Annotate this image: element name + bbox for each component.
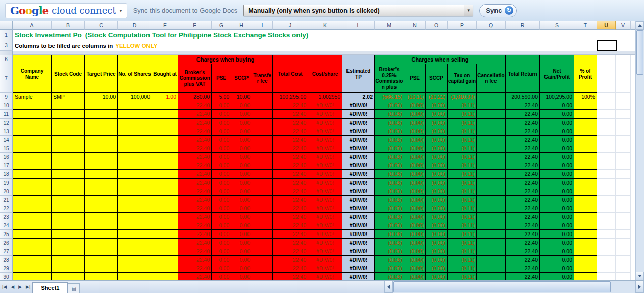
cell-M15[interactable]: (0.06)	[375, 144, 404, 153]
cell-K21[interactable]: #DIV/0!	[308, 196, 342, 204]
cell-Q26[interactable]	[477, 239, 506, 247]
cell-R19[interactable]: 22.40	[506, 179, 540, 187]
cell-H18[interactable]: 0.00	[231, 170, 252, 179]
cell-V25[interactable]	[616, 230, 631, 239]
cell-A25[interactable]	[13, 230, 52, 239]
cell-J14[interactable]: 22.40	[273, 136, 308, 144]
cell-T30[interactable]	[574, 273, 597, 280]
cell-Q9[interactable]	[477, 93, 506, 101]
column-header-V[interactable]: V	[616, 21, 631, 30]
cell-K15[interactable]: #DIV/0!	[308, 144, 342, 153]
cell-D27[interactable]	[118, 247, 152, 256]
cell-G21[interactable]: 0.00	[212, 196, 231, 204]
cell-M10[interactable]: (0.06)	[375, 101, 404, 110]
cell-A19[interactable]	[13, 179, 52, 187]
cell-H22[interactable]: 0.00	[231, 204, 252, 213]
cell-L21[interactable]: #DIV/0!	[342, 196, 375, 204]
cell-S28[interactable]: 0.00	[540, 256, 574, 264]
cell-I27[interactable]	[252, 247, 273, 256]
cell-A18[interactable]	[13, 170, 52, 179]
cell-M17[interactable]: (0.06)	[375, 161, 404, 170]
cell-V15[interactable]	[616, 144, 631, 153]
cell-B26[interactable]	[52, 239, 85, 247]
cell-S17[interactable]: 0.00	[540, 161, 574, 170]
cell-C23[interactable]	[85, 213, 118, 221]
cell-B11[interactable]	[52, 110, 85, 119]
cell-T27[interactable]	[574, 247, 597, 256]
cell-B27[interactable]	[52, 247, 85, 256]
row-header-27[interactable]: 27	[0, 247, 13, 256]
column-header-U[interactable]: U	[597, 21, 616, 30]
cell-D14[interactable]	[118, 136, 152, 144]
cell-C10[interactable]	[85, 101, 118, 110]
cell-T28[interactable]	[574, 256, 597, 264]
cell-R28[interactable]: 22.40	[506, 256, 540, 264]
cell-Q19[interactable]	[477, 179, 506, 187]
cell-V20[interactable]	[616, 187, 631, 196]
cell-T21[interactable]	[574, 196, 597, 204]
cell-F21[interactable]: 22.40	[178, 196, 212, 204]
scroll-left-button[interactable]	[384, 281, 393, 293]
cell-V13[interactable]	[616, 127, 631, 136]
cell-J17[interactable]: 22.40	[273, 161, 308, 170]
cell-R18[interactable]: 22.40	[506, 170, 540, 179]
cell-E11[interactable]	[152, 110, 178, 119]
cell-G12[interactable]: 0.00	[212, 119, 231, 127]
horizontal-scroll-track[interactable]	[393, 281, 635, 293]
cell-H29[interactable]: 0.00	[231, 264, 252, 273]
cell-Q18[interactable]	[477, 170, 506, 179]
row-header-17[interactable]: 17	[0, 161, 13, 170]
cell-H28[interactable]: 0.00	[231, 256, 252, 264]
column-header-F[interactable]: F	[178, 21, 212, 30]
cell-T23[interactable]	[574, 213, 597, 221]
cell-H23[interactable]: 0.00	[231, 213, 252, 221]
cell-S26[interactable]: 0.00	[540, 239, 574, 247]
cell-Q28[interactable]	[477, 256, 506, 264]
cell-G9[interactable]: 5.00	[212, 93, 231, 101]
row-header-19[interactable]: 19	[0, 179, 13, 187]
cell-T25[interactable]	[574, 230, 597, 239]
cell-B22[interactable]	[52, 204, 85, 213]
cell-P18[interactable]: (0.11)	[448, 170, 477, 179]
cell-M14[interactable]: (0.06)	[375, 136, 404, 144]
cell-D17[interactable]	[118, 161, 152, 170]
cell-S25[interactable]: 0.00	[540, 230, 574, 239]
dropdown-arrow-icon[interactable]: ▼	[464, 5, 473, 16]
cell-H16[interactable]: 0.00	[231, 153, 252, 161]
cell-V22[interactable]	[616, 204, 631, 213]
cell-I17[interactable]	[252, 161, 273, 170]
cell-V17[interactable]	[616, 161, 631, 170]
cell-G14[interactable]: 0.00	[212, 136, 231, 144]
column-header-Q[interactable]: Q	[477, 21, 506, 30]
cell-L15[interactable]: #DIV/0!	[342, 144, 375, 153]
cell-H30[interactable]: 0.00	[231, 273, 252, 280]
cell-F20[interactable]: 22.40	[178, 187, 212, 196]
cell-F14[interactable]: 22.40	[178, 136, 212, 144]
column-header-T[interactable]: T	[574, 21, 597, 30]
cell-Q17[interactable]	[477, 161, 506, 170]
vertical-scroll-track[interactable]	[636, 30, 644, 272]
cell-C30[interactable]	[85, 273, 118, 280]
cell-M21[interactable]: (0.06)	[375, 196, 404, 204]
cell-B30[interactable]	[52, 273, 85, 280]
cell-S23[interactable]: 0.00	[540, 213, 574, 221]
cell-L24[interactable]: #DIV/0!	[342, 221, 375, 230]
cell-N23[interactable]: (0.00)	[404, 213, 426, 221]
cell-D21[interactable]	[118, 196, 152, 204]
next-sheet-button[interactable]: ▶	[16, 281, 24, 293]
empty-cell-V[interactable]	[616, 55, 631, 93]
cell-B24[interactable]	[52, 221, 85, 230]
row-header-7[interactable]: 7	[0, 64, 13, 93]
cell-K24[interactable]: #DIV/0!	[308, 221, 342, 230]
cell-E29[interactable]	[152, 264, 178, 273]
cell-E17[interactable]	[152, 161, 178, 170]
cell-K12[interactable]: #DIV/0!	[308, 119, 342, 127]
cell-A15[interactable]	[13, 144, 52, 153]
cell-H27[interactable]: 0.00	[231, 247, 252, 256]
cell-F17[interactable]: 22.40	[178, 161, 212, 170]
cell-L14[interactable]: #DIV/0!	[342, 136, 375, 144]
cell-A28[interactable]	[13, 256, 52, 264]
cell-U18[interactable]	[597, 170, 616, 179]
cell-P21[interactable]: (0.11)	[448, 196, 477, 204]
cell-L11[interactable]: #DIV/0!	[342, 110, 375, 119]
